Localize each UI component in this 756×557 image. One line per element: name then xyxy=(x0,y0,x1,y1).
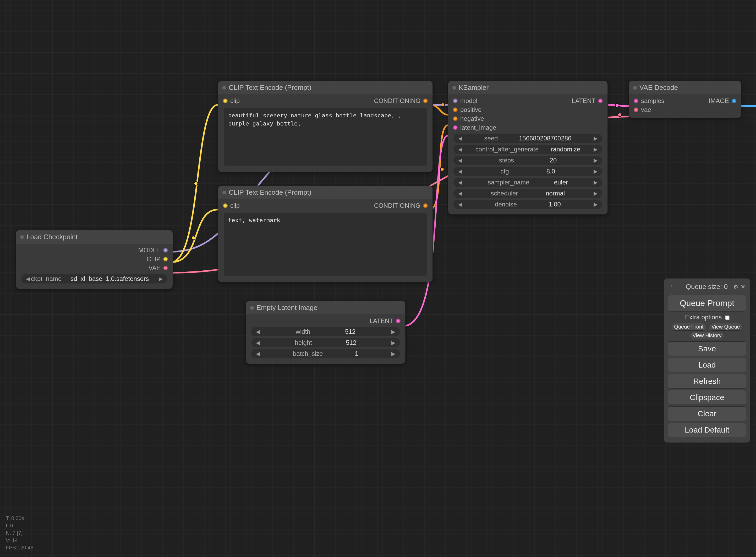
arrow-left-icon[interactable]: ◀ xyxy=(457,201,463,207)
arrow-right-icon[interactable]: ▶ xyxy=(593,157,599,164)
collapse-icon[interactable] xyxy=(222,86,226,90)
widget-value: sd_xl_base_1.0.safetensors xyxy=(62,275,158,283)
port-latent-out[interactable] xyxy=(598,98,603,103)
port-clip-in[interactable] xyxy=(223,203,228,208)
widget-seed[interactable]: ◀seed156680208700286▶ xyxy=(453,134,602,143)
node-clip-encode-negative[interactable]: CLIP Text Encode (Prompt) clip CONDITION… xyxy=(218,185,433,282)
port-model-out[interactable] xyxy=(163,248,168,253)
port-vae-out[interactable] xyxy=(163,266,168,270)
gear-icon[interactable]: ⚙ xyxy=(733,284,738,290)
widget-height[interactable]: ◀height512▶ xyxy=(251,338,400,347)
widget-width[interactable]: ◀width512▶ xyxy=(251,327,400,336)
arrow-right-icon[interactable]: ▶ xyxy=(593,168,599,175)
node-title[interactable]: CLIP Text Encode (Prompt) xyxy=(218,186,432,199)
node-title[interactable]: Empty Latent Image xyxy=(246,301,405,314)
widget-value: 512 xyxy=(346,339,356,346)
arrow-left-icon[interactable]: ◀ xyxy=(255,328,261,335)
arrow-right-icon[interactable]: ▶ xyxy=(593,190,599,197)
view-queue-button[interactable]: View Queue xyxy=(708,323,743,331)
arrow-right-icon[interactable]: ▶ xyxy=(593,135,599,142)
clipspace-button[interactable]: Clipspace xyxy=(668,390,746,405)
save-button[interactable]: Save xyxy=(668,341,746,356)
widget-sampler-name[interactable]: ◀sampler_nameeuler▶ xyxy=(453,178,602,187)
arrow-left-icon[interactable]: ◀ xyxy=(457,157,463,164)
port-model-in[interactable] xyxy=(453,98,458,103)
arrow-left-icon[interactable]: ◀ xyxy=(457,146,463,152)
node-load-checkpoint[interactable]: Load Checkpoint MODEL CLIP VAE ◀ ckpt_na… xyxy=(16,230,173,289)
port-vae-in[interactable] xyxy=(634,108,638,112)
queue-prompt-button[interactable]: Queue Prompt xyxy=(668,295,746,312)
widget-value: 1 xyxy=(355,350,358,357)
node-vae-decode[interactable]: VAE Decode samples IMAGE vae xyxy=(629,81,741,118)
node-title[interactable]: Load Checkpoint xyxy=(16,230,173,244)
queue-front-button[interactable]: Queue Front xyxy=(671,323,706,331)
widget-batch-size[interactable]: ◀batch_size1▶ xyxy=(251,349,400,358)
collapse-icon[interactable] xyxy=(20,235,24,239)
port-conditioning-out[interactable] xyxy=(423,203,428,208)
clear-button[interactable]: Clear xyxy=(668,406,746,421)
collapse-icon[interactable] xyxy=(452,86,456,90)
prompt-textarea-negative[interactable]: text, watermark xyxy=(224,213,427,275)
port-latent-out[interactable] xyxy=(396,319,400,323)
node-title[interactable]: VAE Decode xyxy=(629,81,741,94)
widget-cfg[interactable]: ◀cfg8.0▶ xyxy=(453,167,602,176)
port-clip-in[interactable] xyxy=(223,98,228,103)
prompt-textarea-positive[interactable]: beautiful scenery nature glass bottle la… xyxy=(224,108,427,166)
port-positive-in[interactable] xyxy=(453,108,458,112)
node-title-label: Empty Latent Image xyxy=(256,304,317,312)
drag-handle-icon[interactable]: ⋮⋮ xyxy=(669,284,680,290)
load-default-button[interactable]: Load Default xyxy=(668,422,746,437)
widget-label: ckpt_name xyxy=(31,275,62,283)
collapse-icon[interactable] xyxy=(633,86,637,90)
node-title[interactable]: KSampler xyxy=(448,81,607,94)
widget-ckpt-name[interactable]: ◀ ckpt_name sd_xl_base_1.0.safetensors ▶ xyxy=(21,274,168,284)
close-icon[interactable]: ✕ xyxy=(740,284,745,290)
collapse-icon[interactable] xyxy=(250,306,254,310)
arrow-left-icon[interactable]: ◀ xyxy=(255,340,261,346)
input-samples-label: samples xyxy=(641,97,664,105)
arrow-left-icon[interactable]: ◀ xyxy=(457,168,463,175)
arrow-left-icon[interactable]: ◀ xyxy=(457,190,463,197)
input-negative-label: negative xyxy=(460,115,484,122)
port-negative-in[interactable] xyxy=(453,116,458,121)
extra-options-checkbox[interactable] xyxy=(725,316,730,320)
widget-scheduler[interactable]: ◀schedulernormal▶ xyxy=(453,188,602,198)
arrow-left-icon[interactable]: ◀ xyxy=(457,135,463,142)
port-samples-in[interactable] xyxy=(634,98,638,103)
node-empty-latent-image[interactable]: Empty Latent Image LATENT ◀width512▶ ◀he… xyxy=(246,301,405,364)
widget-label: control_after_generate xyxy=(476,146,539,153)
input-latent-label: latent_image xyxy=(460,124,496,131)
stat-fps: FPS:120.48 xyxy=(6,544,33,551)
extra-options-row: Extra options xyxy=(668,314,746,321)
arrow-right-icon[interactable]: ▶ xyxy=(593,179,599,185)
arrow-right-icon[interactable]: ▶ xyxy=(390,340,396,346)
arrow-right-icon[interactable]: ▶ xyxy=(593,146,599,152)
arrow-right-icon[interactable]: ▶ xyxy=(593,201,599,207)
input-positive-label: positive xyxy=(460,106,481,113)
port-latent-in[interactable] xyxy=(453,125,458,130)
view-history-button[interactable]: View History xyxy=(690,332,725,339)
widget-control-after-generate[interactable]: ◀control_after_generaterandomize▶ xyxy=(453,145,602,154)
node-clip-encode-positive[interactable]: CLIP Text Encode (Prompt) clip CONDITION… xyxy=(218,81,433,172)
arrow-left-icon[interactable]: ◀ xyxy=(25,275,31,282)
control-panel[interactable]: ⋮⋮ Queue size: 0 ⚙ ✕ Queue Prompt Extra … xyxy=(664,278,750,443)
widget-steps[interactable]: ◀steps20▶ xyxy=(453,156,602,165)
node-title[interactable]: CLIP Text Encode (Prompt) xyxy=(218,81,432,94)
arrow-right-icon[interactable]: ▶ xyxy=(390,328,396,335)
widget-denoise[interactable]: ◀denoise1.00▶ xyxy=(453,200,602,209)
load-button[interactable]: Load xyxy=(668,358,746,372)
collapse-icon[interactable] xyxy=(222,191,226,195)
node-ksampler[interactable]: KSampler model LATENT positive negative … xyxy=(448,81,608,214)
widget-label: scheduler xyxy=(491,190,518,197)
arrow-right-icon[interactable]: ▶ xyxy=(158,275,164,282)
output-conditioning-label: CONDITIONING xyxy=(374,97,420,105)
stat-i: I: 0 xyxy=(6,522,33,529)
arrow-left-icon[interactable]: ◀ xyxy=(457,179,463,185)
port-conditioning-out[interactable] xyxy=(423,98,428,103)
refresh-button[interactable]: Refresh xyxy=(668,374,746,388)
arrow-left-icon[interactable]: ◀ xyxy=(255,351,261,357)
port-image-out[interactable] xyxy=(732,98,736,103)
port-clip-out[interactable] xyxy=(163,257,168,261)
node-title-label: CLIP Text Encode (Prompt) xyxy=(229,84,311,91)
arrow-right-icon[interactable]: ▶ xyxy=(390,351,396,357)
